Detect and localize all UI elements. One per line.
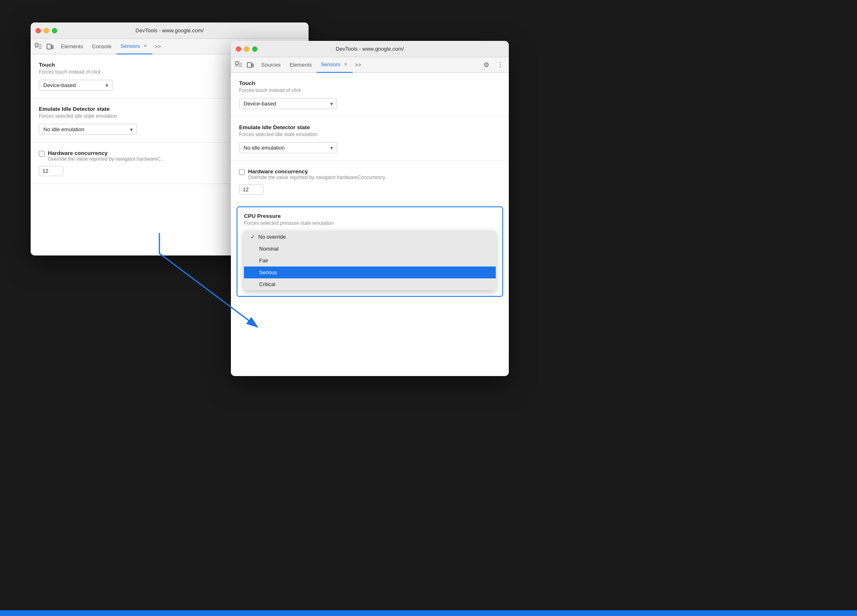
blue-bar: [0, 610, 857, 616]
touch-section-2: Touch Forces touch instead of click Devi…: [231, 73, 509, 117]
hardware-checkbox-2[interactable]: [239, 169, 245, 175]
idle-select-1[interactable]: No idle emulation: [39, 124, 137, 135]
settings-icon[interactable]: ⚙: [481, 60, 492, 70]
tab-console-1[interactable]: Console: [88, 39, 116, 54]
tab-bar-right-2: ⚙ ⋮: [481, 60, 506, 70]
cpu-pressure-box: CPU Pressure Forces selected pressure st…: [237, 206, 503, 297]
idle-select-2[interactable]: No idle emulation: [239, 142, 337, 153]
touch-select-wrapper-2: Device-based Force enabled Force disable…: [239, 98, 337, 109]
tab-elements-2[interactable]: Elements: [286, 57, 316, 73]
svg-rect-5: [247, 63, 251, 67]
hardware-checkbox-1[interactable]: [39, 151, 45, 157]
minimize-button-1[interactable]: [44, 28, 49, 33]
title-bar-1: DevTools - www.google.com/: [31, 22, 309, 39]
svg-rect-0: [35, 43, 38, 46]
device-icon[interactable]: [45, 42, 54, 51]
svg-rect-2: [52, 45, 53, 49]
cpu-dropdown-menu: No override Nominal Fair Serious Critica…: [244, 231, 496, 290]
tab-close-1[interactable]: ✕: [142, 43, 148, 49]
hardware-label-1: Hardware concurrency: [48, 150, 165, 156]
idle-select-wrapper-1: No idle emulation ▼: [39, 124, 137, 135]
touch-title-2: Touch: [239, 80, 501, 86]
window-title-1: DevTools - www.google.com/: [136, 27, 204, 34]
inspect-icon[interactable]: [34, 42, 43, 51]
dropdown-item-nominal[interactable]: Nominal: [244, 243, 496, 255]
tab-sensors-2[interactable]: Sensors ✕: [317, 57, 353, 73]
hardware-desc-1: Override the value reported by navigator…: [48, 156, 165, 162]
hardware-label-2: Hardware concurrency: [248, 168, 385, 175]
svg-rect-4: [235, 62, 238, 65]
idle-select-wrapper-2: No idle emulation ▼: [239, 142, 337, 153]
maximize-button-1[interactable]: [52, 28, 57, 33]
close-button-1[interactable]: [36, 28, 41, 33]
dropdown-item-no-override[interactable]: No override: [244, 231, 496, 243]
hardware-checkbox-row-2: Hardware concurrency Override the value …: [239, 168, 501, 180]
tab-sources-2[interactable]: Sources: [257, 57, 285, 73]
tab-bar-2: Sources Elements Sensors ✕ >> ⚙ ⋮: [231, 57, 509, 73]
inspect-icon-2[interactable]: [234, 60, 243, 69]
title-bar-2: DevTools - www.google.com/: [231, 41, 509, 57]
maximize-button-2[interactable]: [252, 46, 257, 52]
traffic-lights-2: [236, 46, 257, 52]
idle-title-2: Emulate Idle Detector state: [239, 124, 501, 130]
more-tabs-2[interactable]: >>: [355, 62, 361, 68]
content-area-2: Touch Forces touch instead of click Devi…: [231, 73, 509, 376]
minimize-button-2[interactable]: [244, 46, 249, 52]
window-title-2: DevTools - www.google.com/: [336, 46, 404, 52]
hardware-input-1[interactable]: [39, 166, 63, 176]
hardware-desc-2: Override the value reported by navigator…: [248, 175, 385, 180]
idle-desc-2: Forces selected idle state emulation: [239, 132, 501, 137]
cpu-pressure-section: CPU Pressure Forces selected pressure st…: [231, 202, 509, 297]
dropdown-item-critical[interactable]: Critical: [244, 278, 496, 290]
tab-elements-1[interactable]: Elements: [57, 39, 87, 54]
touch-select-wrapper-1: Device-based Force enabled Force disable…: [39, 80, 112, 91]
touch-select-2[interactable]: Device-based Force enabled Force disable…: [239, 98, 337, 109]
hardware-input-2[interactable]: [239, 184, 264, 195]
more-icon[interactable]: ⋮: [495, 60, 506, 70]
cpu-desc: Forces selected pressure state emulation: [244, 220, 496, 226]
touch-desc-2: Forces touch instead of click: [239, 87, 501, 93]
dropdown-item-fair[interactable]: Fair: [244, 255, 496, 267]
tab-sensors-1[interactable]: Sensors ✕: [116, 39, 152, 54]
cpu-title: CPU Pressure: [244, 213, 496, 219]
more-tabs-1[interactable]: >>: [155, 43, 161, 49]
svg-rect-6: [252, 64, 253, 67]
hardware-section-2: Hardware concurrency Override the value …: [231, 161, 509, 202]
dropdown-item-serious[interactable]: Serious: [244, 267, 496, 278]
device-icon-2[interactable]: [246, 60, 255, 69]
traffic-lights-1: [36, 28, 57, 33]
idle-section-2: Emulate Idle Detector state Forces selec…: [231, 117, 509, 161]
touch-select-1[interactable]: Device-based Force enabled Force disable…: [39, 80, 112, 91]
devtools-window-2: DevTools - www.google.com/ Sources Eleme…: [231, 41, 509, 376]
tab-close-2[interactable]: ✕: [342, 61, 349, 67]
svg-rect-1: [47, 44, 51, 49]
close-button-2[interactable]: [236, 46, 241, 52]
